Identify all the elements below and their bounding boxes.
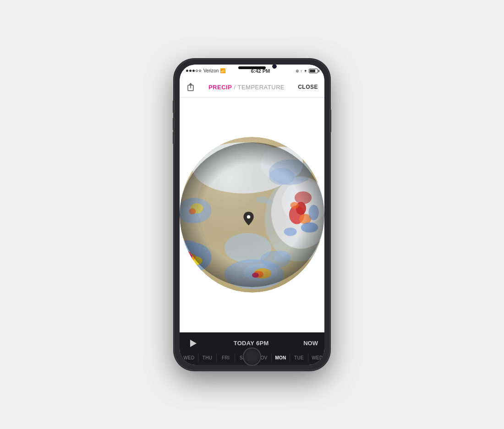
camera <box>272 64 277 69</box>
today-label: TODAY 6PM <box>234 340 269 347</box>
globe-area[interactable] <box>180 98 324 332</box>
timeline-item[interactable]: FRI <box>216 353 235 362</box>
timeline-item[interactable]: WED <box>180 353 198 362</box>
speaker <box>238 66 266 69</box>
wifi-icon: 📶 <box>220 68 225 73</box>
signal-dot-2 <box>189 70 192 72</box>
time-info: TODAY 6PM <box>199 340 303 347</box>
phone-screen: Verizon 📶 6:42 PM ⊕ ↑ ✦ <box>180 65 324 365</box>
signal-strength <box>186 70 201 72</box>
temperature-label[interactable]: TEMPERATURE <box>237 84 285 91</box>
svg-point-40 <box>265 200 274 205</box>
play-button[interactable] <box>186 337 199 350</box>
play-icon <box>190 340 197 347</box>
signal-dot-4 <box>196 70 198 72</box>
carrier-name: Verizon <box>203 68 219 73</box>
battery-indicator <box>309 69 318 73</box>
screen-content: Verizon 📶 6:42 PM ⊕ ↑ ✦ <box>180 65 324 365</box>
location-icon: ⊕ <box>296 69 299 73</box>
now-label: NOW <box>303 340 318 347</box>
timeline-item[interactable]: WED <box>308 353 324 362</box>
phone-device: Verizon 📶 6:42 PM ⊕ ↑ ✦ <box>174 59 330 370</box>
bluetooth-icon: ✦ <box>304 69 307 73</box>
svg-point-41 <box>247 215 250 218</box>
battery-fill <box>310 70 315 72</box>
status-left: Verizon 📶 <box>186 68 225 73</box>
status-right: ⊕ ↑ ✦ <box>296 69 318 73</box>
signal-dot-1 <box>186 70 188 72</box>
header-title: PRECIP / TEMPERATURE <box>208 84 285 91</box>
share-button[interactable] <box>186 82 195 92</box>
timeline-item[interactable]: MON <box>271 353 290 362</box>
signal-dot-5 <box>199 70 201 72</box>
globe <box>180 137 324 293</box>
close-button[interactable]: CLOSE <box>298 84 318 90</box>
home-button[interactable] <box>243 348 261 366</box>
timeline-item[interactable]: TUE <box>290 353 308 362</box>
weather-overlay <box>180 137 324 293</box>
direction-icon: ↑ <box>301 69 303 73</box>
app-header: PRECIP / TEMPERATURE CLOSE <box>180 77 324 98</box>
timeline-item[interactable]: THU <box>198 353 216 362</box>
svg-point-23 <box>188 254 192 258</box>
precip-label[interactable]: PRECIP <box>208 84 232 91</box>
signal-dot-3 <box>192 70 195 72</box>
